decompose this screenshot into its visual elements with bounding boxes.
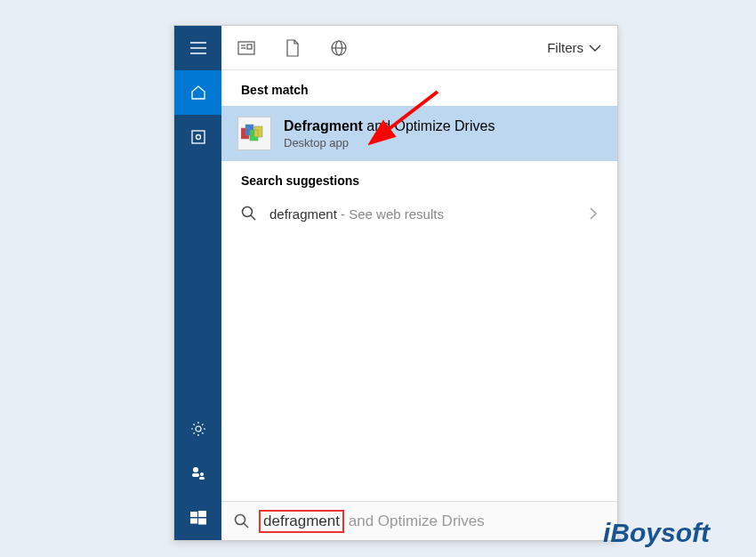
svg-point-29 [243, 207, 253, 217]
feedback-icon [190, 465, 206, 481]
search-results-area: Filters Best match [221, 26, 617, 540]
search-icon [241, 206, 257, 222]
svg-point-4 [196, 135, 200, 140]
windows-icon [190, 510, 206, 526]
result-subtitle: Desktop app [284, 136, 601, 149]
suggestion-text: defragment - See web results [269, 206, 576, 222]
search-scope-bar: Filters [221, 26, 617, 70]
filters-label: Filters [547, 40, 583, 55]
best-match-header: Best match [221, 70, 617, 106]
sidebar-start-button[interactable] [174, 496, 221, 540]
svg-line-30 [251, 215, 255, 220]
filters-button[interactable]: Filters [547, 40, 601, 55]
svg-rect-9 [199, 477, 205, 480]
news-icon [237, 41, 255, 55]
sidebar [174, 26, 221, 540]
svg-point-31 [236, 514, 245, 524]
svg-point-8 [200, 472, 204, 476]
web-suggestion-item[interactable]: defragment - See web results [221, 197, 617, 230]
gear-icon [189, 420, 207, 438]
sidebar-feedback-button[interactable] [174, 451, 221, 496]
chevron-right-icon [589, 206, 598, 221]
svg-rect-7 [192, 473, 199, 477]
home-icon [189, 84, 207, 101]
watermark-logo: iBoysoft [603, 518, 710, 548]
search-input-box[interactable]: defragment and Optimize Drives [221, 501, 617, 540]
sidebar-home-button[interactable] [174, 70, 221, 115]
scope-news-button[interactable] [237, 39, 255, 57]
apps-icon [190, 129, 206, 145]
sidebar-apps-button[interactable] [174, 115, 221, 159]
chevron-down-icon [589, 44, 601, 52]
start-search-panel: Filters Best match [173, 25, 618, 541]
best-match-result[interactable]: Defragment and Optimize Drives Desktop a… [221, 106, 617, 161]
search-input-text: defragment and Optimize Drives [259, 510, 605, 533]
defragment-app-icon [237, 117, 271, 150]
sidebar-menu-button[interactable] [174, 26, 221, 70]
hamburger-icon [190, 42, 206, 54]
svg-rect-24 [254, 126, 262, 137]
suggestions-header: Search suggestions [221, 161, 617, 197]
search-typed-highlight: defragment [259, 510, 344, 533]
svg-rect-10 [190, 512, 197, 517]
globe-icon [330, 39, 348, 57]
svg-point-6 [193, 467, 198, 472]
svg-rect-12 [190, 519, 197, 524]
svg-rect-13 [198, 519, 206, 525]
search-icon [234, 513, 250, 529]
sidebar-settings-button[interactable] [174, 407, 221, 451]
svg-rect-3 [192, 131, 205, 143]
svg-rect-11 [198, 511, 206, 517]
svg-rect-17 [247, 44, 252, 49]
document-icon [286, 39, 300, 57]
result-title: Defragment and Optimize Drives [284, 118, 601, 134]
svg-line-32 [244, 523, 248, 528]
scope-web-button[interactable] [330, 39, 348, 57]
svg-point-5 [196, 426, 201, 432]
scope-documents-button[interactable] [284, 39, 302, 57]
